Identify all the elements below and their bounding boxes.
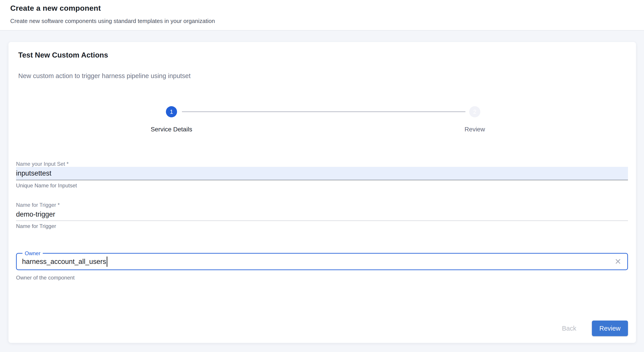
card-title: Test New Custom Actions xyxy=(18,50,628,60)
page-subtitle: Create new software components using sta… xyxy=(10,17,634,25)
back-button[interactable]: Back xyxy=(556,322,582,335)
component-form: Name your Input Set * Unique Name for In… xyxy=(16,161,628,281)
clear-button[interactable]: ✕ xyxy=(612,256,623,267)
page-body: Test New Custom Actions New custom actio… xyxy=(0,31,644,343)
owner-helper: Owner of the component xyxy=(16,275,628,281)
stepper: 1 Service Details 2 Review xyxy=(16,106,628,133)
trigger-name-helper: Name for Trigger xyxy=(16,223,628,229)
owner-input[interactable]: Owner harness_account_all_users ✕ xyxy=(16,253,628,270)
trigger-name-label: Name for Trigger * xyxy=(16,202,628,208)
field-owner: Owner harness_account_all_users ✕ Owner … xyxy=(16,253,628,281)
text-caret xyxy=(107,257,107,267)
template-card: Test New Custom Actions New custom actio… xyxy=(8,42,636,343)
field-input-set-name: Name your Input Set * Unique Name for In… xyxy=(16,161,628,189)
stepper-connector xyxy=(182,112,466,112)
step-2-indicator: 2 xyxy=(469,106,480,117)
input-set-name-input[interactable] xyxy=(16,167,628,180)
field-trigger-name: Name for Trigger * Name for Trigger xyxy=(16,202,628,229)
review-button[interactable]: Review xyxy=(592,320,628,336)
owner-value: harness_account_all_users xyxy=(22,258,106,266)
step-1-indicator: 1 xyxy=(166,106,177,117)
input-set-name-helper: Unique Name for Inputset xyxy=(16,183,628,189)
step-review: 2 Review xyxy=(435,106,515,133)
step-1-label: Service Details xyxy=(151,126,192,133)
step-service-details: 1 Service Details xyxy=(132,106,212,133)
step-2-label: Review xyxy=(464,126,485,133)
owner-label: Owner xyxy=(22,250,43,257)
card-subtitle: New custom action to trigger harness pip… xyxy=(18,72,628,80)
form-actions: Back Review xyxy=(16,320,628,336)
page-header: Create a new component Create new softwa… xyxy=(0,0,644,31)
trigger-name-input[interactable] xyxy=(16,208,628,221)
page-title: Create a new component xyxy=(10,4,634,13)
input-set-name-label: Name your Input Set * xyxy=(16,161,628,167)
clear-icon: ✕ xyxy=(614,258,621,266)
